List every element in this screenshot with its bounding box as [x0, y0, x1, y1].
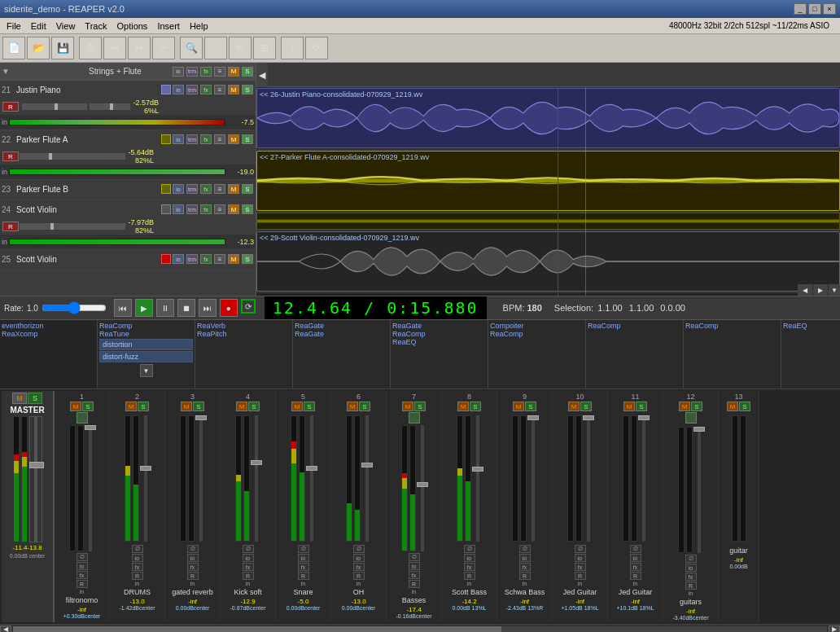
tool7-button[interactable]: ✏	[229, 37, 252, 59]
ch-in-1[interactable]: in	[80, 589, 84, 595]
minimize-button[interactable]: _	[794, 3, 807, 15]
ch-fx-8[interactable]: fx	[464, 563, 475, 571]
ch-solo-13[interactable]: S	[739, 402, 750, 411]
track-env-22[interactable]: ≡	[214, 134, 225, 144]
track-io-21[interactable]: io	[173, 85, 184, 94]
group-solo[interactable]: S	[242, 67, 253, 77]
close-button[interactable]: ×	[823, 3, 836, 15]
track-fx-22[interactable]: fx	[200, 134, 212, 144]
ch-mute-10[interactable]: M	[568, 402, 580, 411]
ch-fx-7[interactable]: fx	[409, 571, 420, 579]
fx-reacomp-4[interactable]: ReaComp	[588, 322, 681, 330]
ch-phi-1[interactable]: ∅	[77, 553, 88, 561]
ch-io-4[interactable]: io	[243, 554, 254, 562]
track-solo-22[interactable]: S	[242, 134, 253, 144]
track-pan-21[interactable]	[90, 103, 130, 110]
ch-phi-12[interactable]: ∅	[685, 555, 697, 563]
go-start-button[interactable]: ⏮	[114, 299, 132, 317]
track-env-24[interactable]: ≡	[214, 204, 225, 214]
play-button[interactable]: ▶	[135, 299, 153, 317]
scroll-prev-button[interactable]: ◀	[798, 284, 812, 296]
menu-file[interactable]: File	[2, 20, 26, 32]
ch-phi-4[interactable]: ∅	[243, 545, 254, 553]
ch-folder-12[interactable]	[685, 412, 697, 424]
ch-solo-2[interactable]: S	[138, 402, 149, 411]
scroll-down-button[interactable]: ▼	[829, 284, 840, 296]
fx-reagate-2[interactable]: ReaGate	[295, 330, 388, 338]
clip-21[interactable]: << 26-Justin Piano-consolidated-070929_1…	[256, 88, 840, 148]
group-trm[interactable]: trm	[186, 67, 198, 77]
tool4-button[interactable]: ✂	[152, 37, 175, 59]
track-solo-24[interactable]: S	[242, 204, 253, 214]
menu-help[interactable]: Help	[185, 20, 213, 32]
track-lane-22[interactable]: << 27-Parker Flute A-consolidated-070929…	[256, 150, 840, 213]
fx-compoiter[interactable]: Compoiter	[490, 322, 584, 330]
pause-button[interactable]: ⏸	[156, 299, 174, 317]
ch-fader-track-7[interactable]	[418, 425, 427, 551]
track-fx-24[interactable]: fx	[200, 204, 212, 214]
ch-r-3[interactable]: R	[187, 572, 199, 580]
fx-distortfuzz[interactable]: distort-fuzz	[99, 351, 193, 362]
fx-reapitch[interactable]: ReaPitch	[197, 330, 291, 338]
ch-r-5[interactable]: R	[298, 572, 309, 580]
mixer-scroll[interactable]: ◀ ▶	[0, 624, 840, 632]
ch-io-5[interactable]: io	[298, 554, 309, 562]
ch-phi-8[interactable]: ∅	[464, 545, 475, 553]
stop-button[interactable]: ⏹	[177, 299, 195, 317]
loop-button[interactable]: ⟳	[305, 37, 328, 59]
ch-fader-track-10[interactable]	[584, 415, 593, 542]
ch-fader-track-9[interactable]	[528, 415, 538, 542]
ch-solo-4[interactable]: S	[248, 402, 260, 411]
track-io-22[interactable]: io	[173, 134, 184, 144]
go-end-button[interactable]: ⏭	[199, 299, 217, 317]
ch-mute-4[interactable]: M	[236, 402, 247, 411]
track-solo-21[interactable]: S	[242, 85, 253, 94]
ch-mute-11[interactable]: M	[623, 402, 635, 411]
ch-fader-track-12[interactable]	[694, 427, 704, 553]
track-solo-23[interactable]: S	[242, 184, 253, 194]
ch-solo-10[interactable]: S	[580, 402, 592, 411]
track-fx-25[interactable]: fx	[200, 254, 212, 264]
ch-solo-9[interactable]: S	[525, 402, 536, 411]
ch-r-6[interactable]: R	[353, 572, 365, 580]
ch-fx-2[interactable]: fx	[132, 563, 143, 571]
fx-reagate-1[interactable]: ReaGate	[295, 322, 388, 330]
ch-phi-2[interactable]: ∅	[132, 545, 143, 553]
menu-view[interactable]: View	[51, 20, 81, 32]
scroll-next-button[interactable]: ▶	[813, 284, 828, 296]
clip-23[interactable]	[256, 213, 840, 230]
ch-r-8[interactable]: R	[464, 572, 475, 580]
ch-io-12[interactable]: io	[685, 564, 697, 572]
ch-mute-2[interactable]: M	[125, 402, 137, 411]
ch-io-1[interactable]: io	[77, 562, 88, 570]
scroll-thumb-mixer[interactable]	[13, 626, 501, 633]
group-io[interactable]: io	[173, 67, 184, 77]
ch-mute-6[interactable]: M	[347, 402, 358, 411]
ch-fader-knob-2[interactable]	[140, 466, 151, 471]
ch-fx-1[interactable]: fx	[77, 571, 88, 579]
track-vol-24[interactable]	[20, 223, 85, 230]
group-collapse[interactable]: ▼	[2, 67, 85, 76]
ch-solo-12[interactable]: S	[691, 402, 702, 411]
ch-r-12[interactable]: R	[685, 582, 697, 590]
ch-io-11[interactable]: io	[630, 554, 641, 562]
ch-fx-12[interactable]: fx	[685, 573, 697, 581]
ch-io-10[interactable]: io	[575, 554, 586, 562]
track-pan-24[interactable]	[85, 223, 125, 230]
ch-io-6[interactable]: io	[353, 554, 365, 562]
ch-phi-3[interactable]: ∅	[187, 545, 199, 553]
track-trm-24[interactable]: trm	[186, 204, 198, 214]
fx-reaeq[interactable]: ReaEQ	[392, 338, 486, 346]
fx-reaeq-2[interactable]: ReaEQ	[783, 322, 840, 330]
track-lane-24[interactable]: << 29-Scott Violin-consolidated-070929_1…	[256, 230, 840, 293]
master-fader[interactable]	[29, 416, 42, 542]
ch-fader-track-4[interactable]	[252, 415, 261, 542]
ch-in-4[interactable]: in	[246, 581, 250, 586]
fx-reaverb[interactable]: ReaVerb	[197, 322, 291, 330]
master-solo-btn[interactable]: S	[28, 393, 42, 404]
scroll-left-mixer[interactable]: ◀	[0, 625, 11, 633]
ch-fader-knob-8[interactable]	[472, 467, 483, 472]
ch-in-6[interactable]: in	[357, 581, 361, 586]
track-lane-21[interactable]: << 26-Justin Piano-consolidated-070929_1…	[256, 87, 840, 150]
fx-reacomp-2[interactable]: ReaComp	[392, 330, 486, 338]
